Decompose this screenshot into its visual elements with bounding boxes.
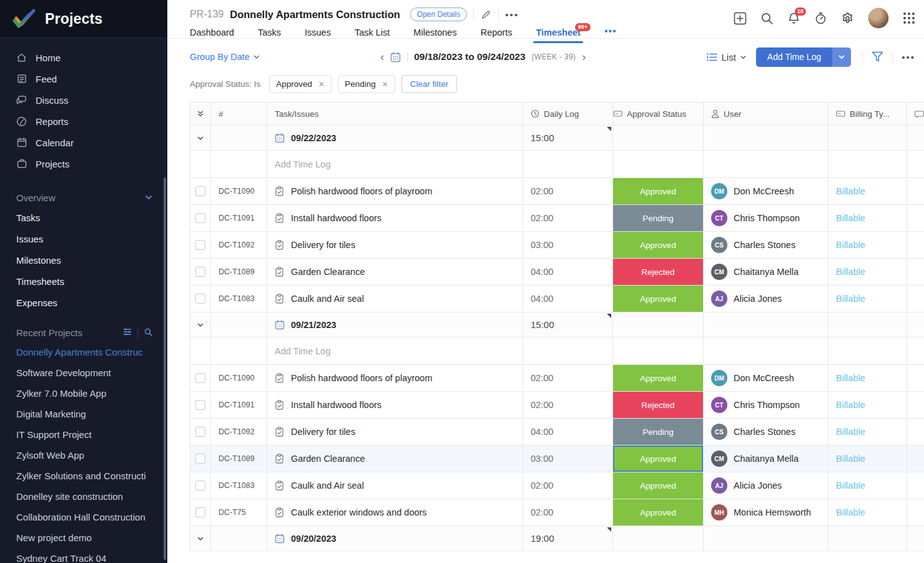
sidebar-item-projects[interactable]: Projects <box>0 153 167 174</box>
chip-remove-icon[interactable]: ✕ <box>318 80 325 89</box>
recent-project-item[interactable]: Digital Marketing <box>0 404 167 424</box>
date-range[interactable]: 09/18/2023 to 09/24/2023 <box>414 51 525 62</box>
row-checkbox[interactable] <box>195 427 205 437</box>
row-checkbox[interactable] <box>195 373 205 383</box>
task-name-cell[interactable]: Caulk exterior windows and doors <box>267 499 523 526</box>
daily-log-cell[interactable]: 02:00 <box>523 178 613 204</box>
add-time-log-button[interactable]: Add Time Log <box>756 47 832 67</box>
open-details-button[interactable]: Open Details <box>410 7 467 21</box>
approval-status-cell[interactable]: Approved <box>613 365 704 391</box>
approval-status-badge[interactable]: Approved <box>613 286 703 312</box>
daily-log-cell[interactable]: 03:00 <box>523 232 613 258</box>
tab-issues[interactable]: Issues <box>305 27 331 43</box>
daily-log-cell[interactable]: 02:00 <box>523 205 613 231</box>
row-checkbox[interactable] <box>195 240 205 250</box>
approval-status-badge[interactable]: Pending <box>613 419 703 445</box>
daily-log-cell[interactable]: 04:00 <box>523 259 613 285</box>
approval-status-cell[interactable]: Approved <box>613 499 704 526</box>
recent-project-item[interactable]: Donelley site construction <box>0 486 167 507</box>
recent-project-item[interactable]: Zylker Solutions and Constructi <box>0 466 167 486</box>
task-name-cell[interactable]: Polish hardwood floors of playroom <box>267 365 523 391</box>
apps-grid-icon[interactable] <box>903 12 915 24</box>
approval-status-cell[interactable]: Rejected <box>613 259 704 285</box>
group-collapse-icon[interactable] <box>190 526 211 551</box>
sidebar-item-calendar[interactable]: Calendar <box>0 132 167 153</box>
recent-project-item[interactable]: New project demo <box>0 527 167 548</box>
tab-dashboard[interactable]: Dashboard <box>190 27 234 43</box>
row-select-cell[interactable] <box>190 178 211 204</box>
row-checkbox[interactable] <box>195 213 205 223</box>
tab-reports[interactable]: Reports <box>481 27 513 43</box>
row-checkbox[interactable] <box>195 481 205 491</box>
sidebar-item-discuss[interactable]: Discuss <box>0 89 167 111</box>
approval-status-badge[interactable]: Pending <box>613 205 703 231</box>
approval-status-badge[interactable]: Approved <box>613 365 703 391</box>
group-collapse-icon[interactable] <box>190 312 211 337</box>
tabs-more-icon[interactable]: ••• <box>604 26 617 43</box>
approval-status-cell[interactable]: Approved <box>613 232 704 258</box>
overview-header[interactable]: Overview <box>0 188 167 207</box>
recent-project-item[interactable]: IT Support Project <box>0 424 167 445</box>
search-icon[interactable] <box>760 12 774 25</box>
row-select-cell[interactable] <box>190 365 211 391</box>
sort-filter-icon[interactable] <box>123 327 132 338</box>
calendar-picker-icon[interactable] <box>390 52 401 62</box>
tab-task-list[interactable]: Task List <box>355 27 390 43</box>
view-switcher[interactable]: List <box>707 52 746 62</box>
row-select-cell[interactable] <box>190 286 211 312</box>
row-checkbox[interactable] <box>195 454 205 464</box>
group-collapse-icon[interactable] <box>190 126 211 150</box>
settings-gear-icon[interactable] <box>841 12 854 25</box>
recent-project-item[interactable]: Software Development <box>0 362 167 383</box>
row-select-cell[interactable] <box>190 472 211 499</box>
filter-funnel-icon[interactable] <box>872 51 883 62</box>
daily-log-cell[interactable]: 02:00 <box>523 472 613 499</box>
recent-project-item[interactable]: Collaboration Hall Construction <box>0 507 167 527</box>
task-name-cell[interactable]: Delivery for tiles <box>267 419 523 445</box>
add-time-log-inline[interactable]: Add Time Log <box>275 346 330 356</box>
tab-tasks[interactable]: Tasks <box>258 27 281 43</box>
approval-status-badge[interactable]: Rejected <box>613 392 703 418</box>
row-checkbox[interactable] <box>195 186 205 196</box>
recent-project-item[interactable]: Donnelly Apartments Construc <box>0 342 167 362</box>
tab-milestones[interactable]: Milestones <box>413 27 456 43</box>
daily-log-cell[interactable]: 03:00 <box>523 446 613 472</box>
sidebar-item-timesheets[interactable]: Timesheets <box>0 271 167 292</box>
row-select-cell[interactable] <box>190 259 211 285</box>
approval-status-badge[interactable]: Approved <box>613 178 703 204</box>
approval-status-cell[interactable]: Approved <box>613 286 704 312</box>
approval-status-cell[interactable]: Approved <box>613 446 704 472</box>
sidebar-item-feed[interactable]: Feed <box>0 68 167 89</box>
chevron-down-icon[interactable] <box>145 194 152 201</box>
sidebar-item-home[interactable]: Home <box>0 47 167 68</box>
sidebar-item-issues[interactable]: Issues <box>0 228 167 249</box>
next-week-icon[interactable]: › <box>582 51 586 62</box>
recent-project-item[interactable]: Zylker 7.0 Mobile App <box>0 383 167 404</box>
add-new-icon[interactable] <box>734 12 747 25</box>
add-time-log-inline[interactable]: Add Time Log <box>275 159 330 169</box>
task-name-cell[interactable]: Garden Clearance <box>267 259 523 285</box>
recent-project-item[interactable]: Zylsoft Web App <box>0 445 167 466</box>
task-name-cell[interactable]: Garden Clearance <box>267 446 523 472</box>
row-select-cell[interactable] <box>190 392 211 418</box>
row-select-cell[interactable] <box>190 499 211 526</box>
row-select-cell[interactable] <box>190 205 211 231</box>
approval-status-cell[interactable]: Pending <box>613 205 704 231</box>
prev-week-icon[interactable]: ‹ <box>380 51 384 62</box>
edit-pencil-icon[interactable] <box>480 9 492 21</box>
sidebar-item-tasks[interactable]: Tasks <box>0 207 167 228</box>
tab-timesheet[interactable]: Timesheet99+ <box>536 27 580 43</box>
group-by-dropdown[interactable]: Group By Date <box>190 52 260 62</box>
row-select-cell[interactable] <box>190 446 211 472</box>
filter-chip-pending[interactable]: Pending✕ <box>338 75 395 93</box>
row-checkbox[interactable] <box>195 294 205 304</box>
task-name-cell[interactable]: Caulk and Air seal <box>267 472 523 499</box>
approval-status-badge[interactable]: Approved <box>613 232 703 258</box>
daily-log-cell[interactable]: 04:00 <box>523 286 613 312</box>
row-select-cell[interactable] <box>190 232 211 258</box>
column-header-expand[interactable] <box>190 102 211 125</box>
search-projects-icon[interactable] <box>144 327 152 338</box>
row-checkbox[interactable] <box>195 507 205 517</box>
task-name-cell[interactable]: Delivery for tiles <box>267 232 523 258</box>
timer-icon[interactable] <box>814 12 827 25</box>
